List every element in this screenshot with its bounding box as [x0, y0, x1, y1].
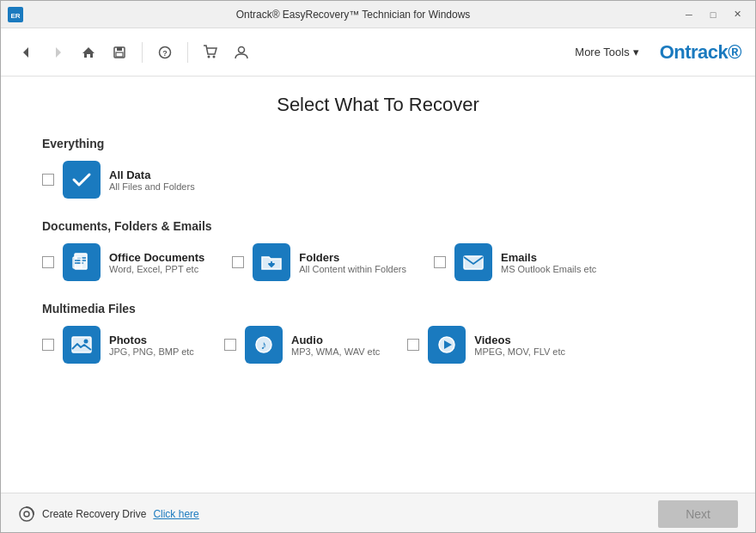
svg-text:?: ? [162, 49, 168, 58]
forward-icon [51, 46, 64, 59]
svg-rect-22 [464, 256, 483, 269]
section-docs-title: Documents, Folders & Emails [42, 219, 714, 233]
checkbox-audio[interactable] [224, 339, 236, 351]
option-photos: Photos JPG, PNG, BMP etc [42, 326, 197, 364]
photos-text: Photos JPG, PNG, BMP etc [109, 334, 194, 357]
cart-icon [203, 45, 218, 60]
svg-text:♪: ♪ [261, 338, 267, 352]
ontrack-logo: Ontrack® [660, 41, 741, 64]
help-button[interactable]: ? [153, 40, 177, 64]
svg-marker-2 [23, 47, 28, 58]
office-docs-icon-box [63, 243, 101, 281]
window-controls: ─ □ ✕ [678, 6, 748, 23]
minimize-button[interactable]: ─ [678, 6, 700, 23]
footer: Create Recovery Drive Click here Next [1, 493, 755, 533]
folders-label: Folders [299, 251, 406, 264]
svg-point-10 [208, 55, 210, 58]
videos-sublabel: MPEG, MOV, FLV etc [474, 346, 565, 357]
all-data-text: All Data All Files and Folders [109, 168, 195, 192]
photos-icon [70, 333, 94, 357]
toolbar-divider [142, 42, 143, 63]
recovery-drive-icon [18, 505, 35, 523]
user-icon [234, 45, 249, 60]
cart-button[interactable] [198, 40, 223, 64]
section-everything: Everything All Data All Files and Folder… [42, 137, 714, 199]
page-title: Select What To Recover [42, 94, 714, 116]
home-button[interactable] [76, 40, 101, 64]
emails-text: Emails MS Outlook Emails etc [501, 251, 596, 274]
save-icon [113, 46, 126, 59]
office-docs-label: Office Documents [109, 251, 204, 264]
videos-label: Videos [474, 334, 565, 346]
office-docs-sublabel: Word, Excel, PPT etc [109, 264, 204, 274]
option-videos: Videos MPEG, MOV, FLV etc [407, 326, 565, 364]
videos-icon [435, 333, 459, 357]
emails-label: Emails [501, 251, 596, 264]
save-button[interactable] [107, 40, 131, 64]
audio-text: Audio MP3, WMA, WAV etc [291, 334, 380, 357]
emails-icon-box [454, 243, 492, 281]
videos-icon-box [428, 326, 466, 364]
all-data-label: All Data [109, 168, 195, 181]
title-bar: ER Ontrack® EasyRecovery™ Technician for… [1, 1, 755, 28]
checkbox-emails[interactable] [434, 256, 446, 268]
toolbar-nav: ? [15, 40, 568, 64]
photos-label: Photos [109, 334, 194, 346]
svg-marker-4 [82, 47, 94, 58]
checkbox-all-data[interactable] [42, 174, 54, 186]
emails-sublabel: MS Outlook Emails etc [501, 264, 596, 274]
all-data-sublabel: All Files and Folders [109, 181, 195, 192]
svg-marker-3 [56, 47, 61, 58]
back-button[interactable] [15, 40, 39, 64]
close-button[interactable]: ✕ [726, 6, 748, 23]
more-tools-button[interactable]: More Tools ▾ [568, 42, 645, 62]
toolbar-right: More Tools ▾ Ontrack® [568, 41, 741, 64]
audio-icon: ♪ [252, 333, 276, 357]
svg-point-34 [24, 512, 29, 517]
option-all-data: All Data All Files and Folders [42, 161, 197, 199]
more-tools-label: More Tools [575, 46, 629, 58]
forward-button[interactable] [46, 40, 70, 64]
checkbox-office-docs[interactable] [42, 256, 54, 268]
emails-icon [461, 250, 485, 274]
audio-label: Audio [291, 334, 380, 346]
svg-text:ER: ER [10, 12, 20, 20]
folders-icon-box [253, 243, 290, 281]
maximize-button[interactable]: □ [702, 6, 724, 23]
more-tools-arrow: ▾ [633, 46, 639, 58]
option-emails: Emails MS Outlook Emails etc [434, 243, 596, 281]
user-button[interactable] [229, 40, 253, 64]
all-data-icon-box [63, 161, 101, 199]
recovery-drive-label: Create Recovery Drive [42, 508, 146, 520]
checkbox-videos[interactable] [407, 339, 419, 351]
checkbox-photos[interactable] [42, 339, 54, 351]
svg-rect-6 [117, 47, 122, 51]
everything-options-row: All Data All Files and Folders [42, 161, 714, 199]
audio-sublabel: MP3, WMA, WAV etc [291, 346, 380, 357]
photos-icon-box [63, 326, 101, 364]
app-icon: ER [8, 7, 23, 22]
svg-rect-24 [72, 337, 91, 352]
back-icon [20, 46, 34, 59]
svg-rect-7 [116, 52, 123, 57]
folders-icon [259, 250, 284, 274]
help-icon: ? [158, 46, 172, 59]
office-docs-text: Office Documents Word, Excel, PPT etc [109, 251, 204, 274]
media-options-row: Photos JPG, PNG, BMP etc ♪ Audio MP3, WM… [42, 326, 714, 364]
checkbox-folders[interactable] [232, 256, 244, 268]
option-office-docs: Office Documents Word, Excel, PPT etc [42, 243, 204, 281]
option-folders: Folders All Content within Folders [232, 243, 406, 281]
next-button[interactable]: Next [658, 500, 738, 528]
main-content: Select What To Recover Everything All Da… [1, 77, 755, 493]
office-docs-icon [70, 250, 94, 274]
section-everything-title: Everything [42, 137, 714, 150]
docs-options-row: Office Documents Word, Excel, PPT etc Fo… [42, 243, 714, 281]
click-here-link[interactable]: Click here [153, 508, 198, 520]
svg-point-11 [213, 55, 216, 58]
option-audio: ♪ Audio MP3, WMA, WAV etc [224, 326, 380, 364]
home-icon [82, 46, 95, 59]
all-data-icon [70, 168, 94, 192]
photos-sublabel: JPG, PNG, BMP etc [109, 346, 194, 357]
section-media: Multimedia Files Photos JPG, PNG, BMP et… [42, 302, 714, 364]
toolbar-divider2 [187, 42, 188, 63]
